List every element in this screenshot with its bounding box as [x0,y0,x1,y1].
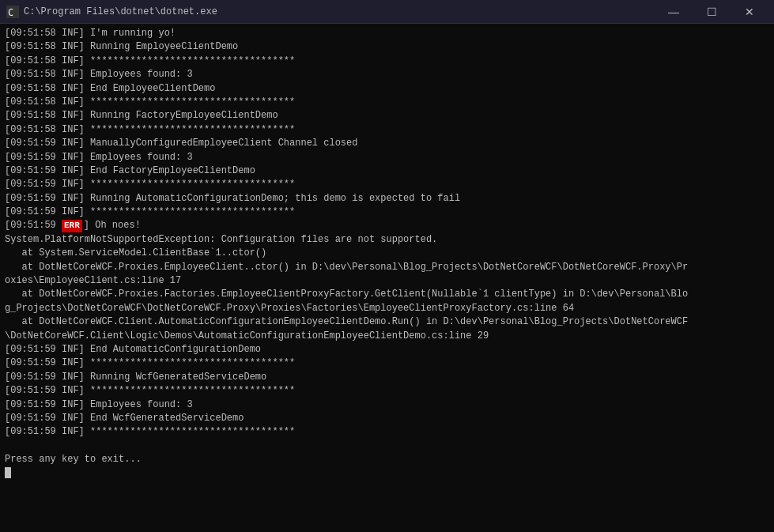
cursor-line [5,467,769,478]
console-line: at System.ServiceModel.ClientBase`1..cto… [5,247,769,260]
console-line: [09:51:58 INF] I'm running yo! [5,27,769,40]
cursor [5,467,11,478]
window-title: C:\Program Files\dotnet\dotnet.exe [24,6,217,17]
console-line: [09:51:59 INF] Running AutomaticConfigur… [5,192,769,206]
console-line: [09:51:58 INF] *************************… [5,123,769,137]
maximize-button[interactable]: ☐ [693,0,730,24]
console-line: System.PlatformNotSupportedException: Co… [5,233,769,247]
title-bar-left: C C:\Program Files\dotnet\dotnet.exe [6,6,217,18]
console-line: [09:51:59 INF] ManuallyConfiguredEmploye… [5,137,769,150]
console-line: [09:51:58 INF] Running EmployeeClientDem… [5,40,769,54]
console-line: at DotNetCoreWCF.Client.AutomaticConfigu… [5,315,769,329]
console-output: [09:51:58 INF] I'm running yo![09:51:58 … [0,24,774,532]
minimize-button[interactable]: — [655,0,692,24]
svg-text:C: C [8,7,13,18]
console-line: [09:51:59 ERR] Oh noes! [5,219,769,232]
console-line: [09:51:59 INF] *************************… [5,178,769,191]
console-line: [09:51:59 INF] *************************… [5,425,769,439]
console-line: Press any key to exit... [5,453,769,466]
console-line: [09:51:58 INF] Employees found: 3 [5,68,769,81]
console-line: [09:51:59 INF] End AutomaticConfiguratio… [5,343,769,357]
console-line: [09:51:59 INF] *************************… [5,357,769,370]
console-line: [09:51:58 INF] End EmployeeClientDemo [5,82,769,96]
console-line: \DotNetCoreWCF.Client\Logic\Demos\Automa… [5,330,769,343]
console-line: [09:51:59 INF] *************************… [5,384,769,398]
title-bar: C C:\Program Files\dotnet\dotnet.exe — ☐… [0,0,774,24]
window-controls: — ☐ ✕ [655,0,768,24]
console-line: [09:51:59 INF] *************************… [5,206,769,219]
console-line: [09:51:59 INF] Employees found: 3 [5,398,769,412]
close-button[interactable]: ✕ [731,0,768,24]
console-line: g_Projects\DotNetCoreWCF\DotNetCoreWCF.P… [5,302,769,315]
app-icon: C [6,6,19,18]
console-line: at DotNetCoreWCF.Proxies.Factories.Emplo… [5,288,769,301]
console-line-blank [5,440,769,453]
console-line: at DotNetCoreWCF.Proxies.EmployeeClient.… [5,261,769,274]
console-line: [09:51:58 INF] *************************… [5,55,769,68]
console-line: [09:51:58 INF] Running FactoryEmployeeCl… [5,109,769,123]
console-line: oxies\EmployeeClient.cs:line 17 [5,274,769,288]
console-line: [09:51:59 INF] Running WcfGeneratedServi… [5,371,769,384]
console-line: [09:51:59 INF] End FactoryEmployeeClient… [5,164,769,178]
console-line: [09:51:58 INF] *************************… [5,96,769,109]
console-line: [09:51:59 INF] End WcfGeneratedServiceDe… [5,412,769,425]
console-line: [09:51:59 INF] Employees found: 3 [5,151,769,164]
